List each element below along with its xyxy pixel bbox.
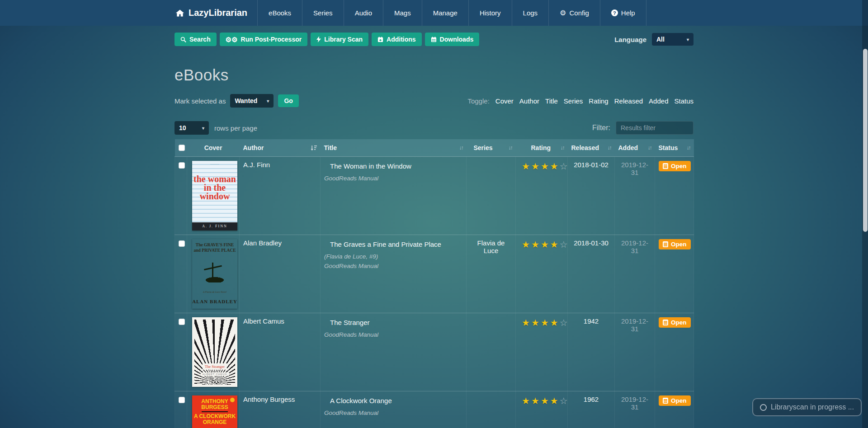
table-row: ANTHONY BURGESS A CLOCKWORK ORANGE Antho…	[175, 391, 694, 428]
rating-stars: ★★★★☆	[522, 317, 564, 328]
toolbar: Search ⚙⚙︎ Run Post-Processor Library Sc…	[175, 33, 693, 46]
toggle-title[interactable]: Title	[545, 97, 558, 105]
rating-stars: ★★★★☆	[522, 239, 564, 250]
released-cell: 1942	[568, 313, 615, 391]
toggle-series[interactable]: Series	[564, 97, 583, 105]
page-title: eBooks	[175, 66, 693, 84]
open-button[interactable]: Open	[659, 395, 691, 406]
scrollbar-thumb[interactable]	[863, 49, 868, 232]
row-checkbox[interactable]	[179, 319, 185, 325]
header-series[interactable]: Series ↓↑	[467, 139, 516, 157]
search-icon	[180, 37, 186, 42]
table-row: The Stranger ALBERT CAMUS Albert Camus T…	[175, 313, 694, 391]
nav-item-audio[interactable]: Audio	[344, 0, 383, 26]
author-link[interactable]: Anthony Burgess	[243, 395, 295, 403]
header-status[interactable]: Status ↓↑	[655, 139, 694, 157]
toggle-author[interactable]: Author	[519, 97, 539, 105]
library-scan-button[interactable]: Library Scan	[311, 33, 368, 46]
source-note: GoodReads Manual	[324, 263, 462, 269]
header-released[interactable]: Released ↓↑	[568, 139, 615, 157]
nav-item-config[interactable]: ⚙ Config	[548, 0, 600, 26]
series-link[interactable]: Flavia de Luce	[477, 239, 505, 254]
nav-item-series[interactable]: Series	[302, 0, 344, 26]
language-select[interactable]: All ▾	[652, 33, 693, 46]
row-checkbox[interactable]	[179, 397, 185, 403]
rating-stars: ★★★★☆	[522, 161, 564, 172]
toggle-released[interactable]: Released	[614, 97, 643, 105]
mark-selected-select[interactable]: Wanted ▾	[230, 94, 274, 108]
nav-item-history[interactable]: History	[468, 0, 512, 26]
sort-icon: ↓↑	[561, 145, 564, 151]
search-button[interactable]: Search	[175, 33, 217, 46]
question-icon: ?	[611, 9, 618, 16]
added-cell: 2019-12-31	[615, 235, 655, 313]
book-cover[interactable]: The GRAVE'S FINE and PRIVATE PLACE A Fla…	[192, 239, 237, 309]
book-cover[interactable]: The Stranger ALBERT CAMUS	[192, 317, 237, 387]
calendar-plus-icon	[377, 37, 383, 42]
source-note: GoodReads Manual	[324, 175, 462, 182]
sort-icon: ↓↑	[509, 145, 512, 151]
header-author[interactable]: Author	[240, 139, 321, 157]
row-checkbox[interactable]	[179, 162, 185, 169]
sort-icon: ↓↑	[608, 145, 611, 151]
toggle-cover[interactable]: Cover	[495, 97, 514, 105]
nav-item-help[interactable]: ? Help	[600, 0, 646, 26]
open-button[interactable]: Open	[659, 161, 691, 171]
book-icon	[663, 320, 668, 325]
brand[interactable]: LazyLibrarian	[175, 0, 257, 26]
sort-icon: ↓↑	[687, 145, 690, 151]
open-button[interactable]: Open	[659, 239, 691, 249]
book-cover[interactable]: ――――― the woman in the window A. J. FINN	[192, 161, 237, 230]
nav-item-manage[interactable]: Manage	[422, 0, 468, 26]
book-title-link[interactable]: The Graves a Fine and Private Place	[330, 240, 441, 248]
toggle-added[interactable]: Added	[649, 97, 668, 105]
released-cell: 1962	[568, 391, 615, 428]
select-all-checkbox[interactable]	[179, 145, 185, 151]
results-filter-input[interactable]	[616, 121, 693, 135]
row-checkbox[interactable]	[179, 240, 185, 247]
toggle-status[interactable]: Status	[674, 97, 693, 105]
book-title-link[interactable]: The Woman in the Window	[330, 162, 411, 170]
rows-per-page-label: rows per page	[214, 124, 257, 132]
book-cover[interactable]: ANTHONY BURGESS A CLOCKWORK ORANGE	[192, 395, 237, 428]
header-title[interactable]: Title ↓↑	[321, 139, 467, 157]
header-cover[interactable]: Cover	[187, 139, 240, 157]
cover-illustration	[198, 263, 231, 282]
additions-button[interactable]: Additions	[372, 33, 422, 46]
chevron-down-icon: ▾	[687, 37, 689, 42]
series-note: (Flavia de Luce, #9)	[324, 253, 462, 260]
sort-icon: ↓↑	[648, 145, 651, 151]
gear-icon: ⚙	[560, 9, 566, 17]
rows-per-page-select[interactable]: 10 ▾	[175, 121, 209, 135]
book-title-link[interactable]: A Clockwork Orange	[330, 397, 392, 404]
table-header-row: Cover Author Title ↓↑ Series ↓↑ Rating	[175, 139, 694, 157]
header-added[interactable]: Added ↓↑	[615, 139, 655, 157]
nav-item-logs[interactable]: Logs	[512, 0, 549, 26]
language-label: Language	[614, 36, 646, 43]
nav-item-mags[interactable]: Mags	[383, 0, 422, 26]
scrollbar[interactable]	[862, 0, 868, 428]
downloads-button[interactable]: Downloads	[425, 33, 480, 46]
home-icon	[175, 9, 184, 18]
mark-selected-label: Mark selected as	[175, 97, 226, 105]
open-button[interactable]: Open	[659, 317, 691, 328]
source-note: GoodReads Manual	[324, 409, 462, 416]
go-button[interactable]: Go	[278, 94, 298, 107]
author-link[interactable]: Albert Camus	[243, 317, 284, 325]
book-title-link[interactable]: The Stranger	[330, 319, 370, 326]
nav-item-ebooks[interactable]: eBooks	[257, 0, 302, 26]
chevron-down-icon: ▾	[202, 126, 204, 131]
released-cell: 2018-01-30	[568, 235, 615, 313]
chevron-down-icon: ▾	[267, 99, 269, 103]
author-link[interactable]: Alan Bradley	[243, 239, 282, 247]
added-cell: 2019-12-31	[615, 391, 655, 428]
brand-title: LazyLibrarian	[189, 8, 247, 18]
book-icon	[663, 398, 668, 404]
author-link[interactable]: A.J. Finn	[243, 161, 270, 169]
toast-message: Libraryscan in progress ...	[771, 403, 854, 411]
source-note: GoodReads Manual	[324, 331, 462, 338]
toggle-rating[interactable]: Rating	[589, 97, 608, 105]
released-cell: 2018-01-02	[568, 157, 615, 235]
header-rating[interactable]: Rating ↓↑	[516, 139, 568, 157]
run-post-processor-button[interactable]: ⚙⚙︎ Run Post-Processor	[220, 33, 308, 46]
